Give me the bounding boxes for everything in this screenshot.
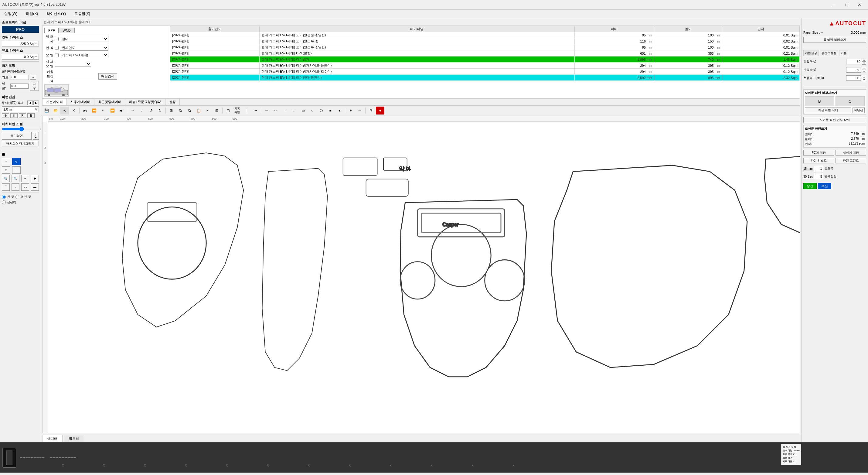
collect-cell-c[interactable]: C [836,96,865,106]
tool-open-btn[interactable]: 📂 [51,107,60,115]
repeat-sec-label[interactable]: 30 Sec [803,175,813,178]
partition-btn2[interactable]: ⚙ [10,113,18,118]
pc-save-btn[interactable]: PC에 저장 [803,150,834,155]
tool-align-btn[interactable]: ⊞ [167,107,176,115]
tool-rotate-btn[interactable]: ↺ [12,158,21,165]
radio-dotted[interactable] [2,201,6,204]
tool-special-btn[interactable]: 외국특별 [233,107,241,115]
close-button[interactable]: ✕ [854,1,866,9]
tool-fill-rect-btn[interactable]: ■ [326,107,335,115]
width-up-btn[interactable]: ▲ [30,75,36,80]
back-pressure-up[interactable]: ▲ [862,67,866,70]
table-row[interactable]: [2024-현재]현대 캐스퍼 EV(1세대) 리어범퍼사이드(조수석)294 … [170,69,800,75]
tool-zoom-out-btn[interactable]: 🔍 [11,175,20,182]
search-btn[interactable]: 패턴검색 [98,73,117,80]
maker-checkbox[interactable] [55,37,59,41]
tool-pattern-btn[interactable]: 패 [367,107,375,115]
subtab-user[interactable]: 사용자데이터 [67,99,94,105]
tool-delete-btn[interactable]: ✕ [69,107,78,115]
tool-rect2-btn[interactable]: ▭ [21,183,29,191]
subtab-settings[interactable]: 설정 [165,99,180,105]
tool-arrow-down-btn[interactable]: ↓ [290,107,298,115]
tool-anchor-btn[interactable]: ⌖ [21,175,29,182]
first-pressure-down[interactable]: ▼ [862,62,866,65]
settings-tab-name[interactable]: 이름 [839,50,848,56]
tool-cursor-btn[interactable]: ↖ [99,107,107,115]
back-pressure-input[interactable] [846,67,861,72]
tool-divider-btn[interactable]: │ [242,107,250,115]
first-speed-down[interactable]: ▼ [862,78,866,81]
tool-zoom-out-tool-btn[interactable]: ─ [355,107,364,115]
tool-paste-btn[interactable]: 📋 [194,107,203,115]
tool-fill-circle-btn[interactable]: ● [335,107,344,115]
redraw-btn[interactable]: 배치화면 다시그리기 [2,141,39,146]
menu-help[interactable]: 도움말(Z) [72,11,92,17]
collect-cell-b[interactable]: B [805,96,834,106]
width-input[interactable] [11,75,29,80]
table-row[interactable]: [2024-현재]현대 캐스퍼 EV(1세대) 리어범퍼사이드(운전석)294 … [170,63,800,69]
height-fix-btn[interactable]: 고정 [30,81,39,91]
layout-end-btn[interactable]: |► [33,132,39,140]
tab-ppf[interactable]: PPF [44,28,59,33]
radio-half[interactable] [15,195,19,199]
tool-prev-btn[interactable]: ⏮ [81,107,89,115]
btab-plotter[interactable]: 플로터 [64,435,84,442]
tool-select-btn[interactable]: ↖ [60,107,69,115]
table-row[interactable]: [2024-현재]현대 캐스퍼 EV(1세대) 도어컵(조수석)116 mm15… [170,38,800,44]
init-screen-btn[interactable]: 조기화면 [2,132,32,140]
repeat-count-input[interactable] [814,174,823,179]
maximize-button[interactable]: □ [841,1,853,9]
tool-zoom-in-tool-btn[interactable]: + [346,107,355,115]
height-input[interactable] [10,84,29,89]
tool-color-btn[interactable]: ● [376,107,384,115]
partition-btn-R[interactable]: R [19,113,26,118]
model-checkbox[interactable] [55,53,59,57]
receive-btn[interactable]: 수신 [818,183,831,189]
tool-rotate-r-btn[interactable]: ↻ [156,107,164,115]
canvas-content[interactable]: 약 t4 Casper [48,122,800,433]
tool-add-btn[interactable]: + [2,158,10,165]
tool-circle-tool-btn[interactable]: ○ [308,107,316,115]
table-row[interactable]: [2024-현재]현대 캐스퍼 EV(1세대) 도어컵(조수석,일반)95 mm… [170,44,800,51]
back-pressure-down[interactable]: ▼ [862,70,866,73]
settings-tab-align[interactable]: 정선컷설정 [820,50,838,56]
first-pressure-up[interactable]: ▲ [862,59,866,62]
canvas-area[interactable]: 100 200 300 400 500 600 700 800 900 cm 1… [42,116,800,433]
year-select[interactable]: 현재연도 [60,44,108,51]
tool-arc1-btn[interactable]: ⌒ [2,183,10,191]
table-row[interactable]: [2024-현재]현대 캐스퍼 EV(1세대) DRL(분할)601 mm353… [170,51,800,57]
maker-select[interactable]: 현대 [60,36,108,42]
subtab-review[interactable]: 리뷰+주문요청및Q&A [125,99,165,105]
tool-save-btn[interactable]: 💾 [42,107,51,115]
line-next-btn[interactable]: ▶ [33,100,39,105]
line-prev-btn[interactable]: ◀ [27,100,33,105]
tool-rect3-btn[interactable]: ▬ [31,183,39,191]
tool-zoom-in-btn[interactable]: 🔍 [2,175,10,182]
collect-all-delete-btn[interactable]: 모아둔 파턴 전부 삭제 [803,117,866,123]
first-count-input[interactable] [814,166,823,171]
tool-flip-v-btn[interactable]: ↕ [137,107,146,115]
server-save-btn[interactable]: 서버에 저장 [836,150,866,155]
cut-off-btn[interactable]: 자단선 [852,108,865,113]
tool-mirror-btn[interactable]: ⊟ [213,107,221,115]
tool-rect-outline-btn[interactable]: ▭ [299,107,307,115]
paper-setting-btn[interactable]: 롤 설정 불러오기 [803,37,866,43]
tool-rect-btn[interactable]: □ [2,167,10,174]
partition-btn1[interactable]: ⚙ [2,113,9,118]
menu-file[interactable]: 파일(X) [24,11,40,17]
tool-redo-multi-btn[interactable]: ⏩ [108,107,117,115]
tool-undo-multi-btn[interactable]: ⏪ [90,107,98,115]
table-row[interactable]: [2024-현재]현대 캐스퍼 EV(1세대) 도어컵(운전석,일반)95 mm… [170,32,800,38]
tool-circle-btn[interactable]: ○ [12,167,21,174]
tool-flag-btn[interactable]: ⚑ [31,175,39,182]
year-checkbox[interactable] [55,46,59,50]
tool-poly-btn[interactable]: ⬡ [317,107,326,115]
first-mm-label[interactable]: 15 mm [803,167,813,170]
pattern-print-btn[interactable]: 파턴 프린트 [836,158,866,164]
tool-arrow-up-btn[interactable]: ↑ [281,107,289,115]
pattern-list-btn[interactable]: 파턴 리스트 [803,158,834,164]
tab-wnd[interactable]: WND [59,28,74,33]
last-pattern-delete-btn[interactable]: 최근 파한 삭제 [805,108,851,113]
tool-misc-btn[interactable]: ⋯ [251,107,259,115]
settings-tab-basic[interactable]: 기본설정 [803,50,818,56]
